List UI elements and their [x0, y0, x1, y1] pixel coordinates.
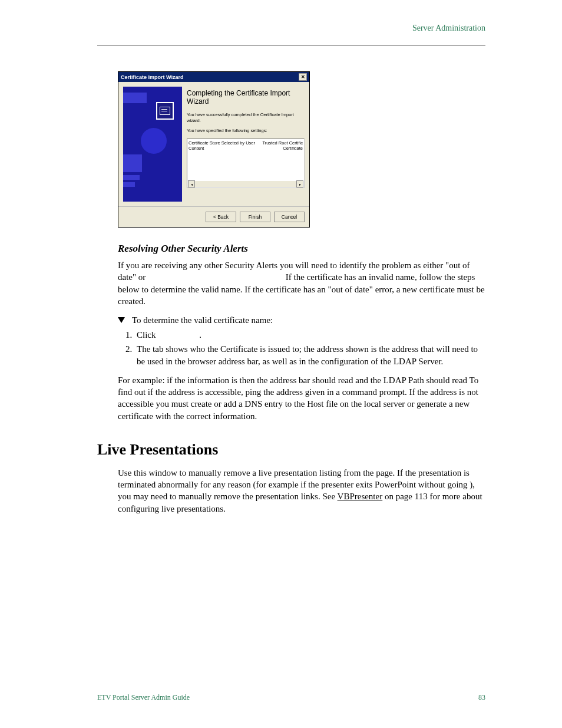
- section-heading: Live Presentations: [97, 441, 485, 459]
- wizard-side-graphic: [123, 87, 182, 202]
- dialog-title: Certificate Import Wizard: [121, 74, 183, 80]
- settings-list: Certificate Store Selected by UserTruste…: [187, 139, 305, 188]
- back-button[interactable]: < Back: [206, 212, 236, 222]
- live-presentations-paragraph: Use this window to manually remove a liv…: [118, 467, 485, 515]
- header-rule: [97, 45, 485, 45]
- running-header: Server Administration: [412, 24, 485, 33]
- settings-row: Certificate Store Selected by UserTruste…: [189, 140, 303, 146]
- procedure-steps: Click . The tab shows who the Certificat…: [118, 329, 485, 367]
- page-number: 83: [478, 693, 485, 702]
- footer-left: ETV Portal Server Admin Guide: [97, 693, 190, 702]
- certificate-icon: [156, 102, 174, 120]
- cancel-button[interactable]: Cancel: [274, 212, 305, 222]
- close-icon[interactable]: ✕: [299, 73, 307, 81]
- example-paragraph: For example: if the information is then …: [118, 374, 485, 422]
- dialog-msg-settings: You have specified the following setting…: [187, 128, 305, 134]
- scroll-right-icon[interactable]: ▸: [296, 180, 303, 187]
- vbpresenter-link[interactable]: VBPresenter: [338, 492, 383, 501]
- dialog-heading: Completing the Certificate Import Wizard: [187, 89, 305, 106]
- subsection-heading: Resolving Other Security Alerts: [118, 243, 485, 255]
- finish-button[interactable]: Finish: [240, 212, 270, 222]
- dialog-msg-success: You have successfully completed the Cert…: [187, 112, 305, 124]
- horizontal-scrollbar[interactable]: ◂ ▸: [188, 181, 303, 187]
- cert-import-wizard-dialog: Certificate Import Wizard ✕ Completing t…: [118, 71, 310, 228]
- step-item: Click .: [134, 329, 485, 341]
- step-item: The tab shows who the Certificate is iss…: [134, 343, 485, 367]
- triangle-down-icon: [118, 317, 125, 323]
- settings-row: ContentCertificate: [189, 146, 303, 151]
- paragraph: If you are receiving any other Security …: [118, 259, 485, 307]
- dialog-titlebar: Certificate Import Wizard ✕: [118, 72, 309, 82]
- procedure-intro: To determine the valid certificate name:: [118, 315, 485, 325]
- scroll-left-icon[interactable]: ◂: [188, 180, 195, 187]
